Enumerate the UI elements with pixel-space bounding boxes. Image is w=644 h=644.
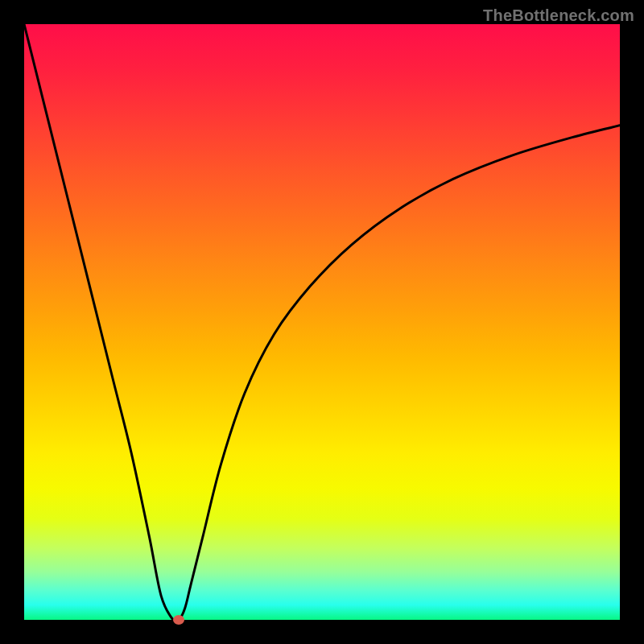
watermark-text: TheBottleneck.com — [483, 6, 634, 25]
chart-frame: TheBottleneck.com — [0, 0, 644, 644]
bottleneck-curve — [24, 24, 620, 620]
curve-layer — [24, 24, 620, 620]
plot-area — [24, 24, 620, 620]
minimum-marker — [173, 615, 184, 625]
